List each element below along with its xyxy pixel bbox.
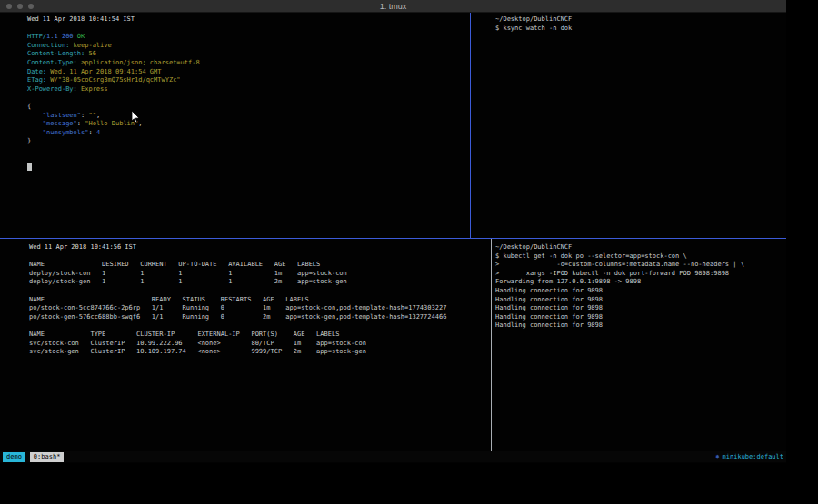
window-tab-active[interactable]: 0:bash* [30,452,65,462]
json-entry: "message": "Hello Dublin", [27,120,464,129]
blank-line [29,321,484,331]
header-value: application/json; charset=utf-8 [77,59,200,66]
cursor-line [27,163,464,173]
http-header: Content-Length: 56 [27,50,464,59]
titlebar: 1. tmux [0,0,786,13]
pane-divider-vertical-bottom[interactable] [491,239,492,451]
shell-command: $ ksync watch -n dok [495,25,782,34]
handling-output: Handling connection for 9898 [495,296,782,305]
http-protocol: HTTP/ [27,33,46,40]
handling-output: Handling connection for 9898 [495,304,782,313]
working-directory: ~/Desktop/DublinCNCF [495,15,782,25]
pane-kubectl-watch[interactable]: Wed 11 Apr 2018 10:41:56 IST NAME DESIRE… [29,243,484,357]
json-separator: : [88,129,95,136]
header-key: ETag: [27,76,46,84]
mouse-cursor-pointer [131,110,140,127]
json-separator: : [77,120,85,127]
http-header: Date: Wed, 11 Apr 2018 09:41:54 GMT [27,68,464,77]
header-value: Wed, 11 Apr 2018 09:41:54 GMT [46,68,161,75]
blank-line [27,94,464,103]
handling-output: Handling connection for 9898 [495,287,782,296]
pane-ksync[interactable]: ~/Desktop/DublinCNCF $ ksync watch -n do… [495,15,782,33]
deployment-row: deploy/stock-gen 1 1 1 1 2m app=stock-ge… [29,278,484,287]
json-entry: "lastseen": "", [27,112,464,121]
header-value: 56 [85,50,96,57]
http-reason: OK [74,33,85,40]
http-header: X-Powered-By: Express [27,85,464,94]
shell-command: $ kubectl get -n dok po --selector=app=s… [495,252,782,262]
window-title: 1. tmux [0,2,786,11]
http-header: ETag: W/"38-05coCsrg3mQ75sHr1d/qcMTwYZc" [27,76,464,85]
pod-row: po/stock-con-5cc874766c-2p6rp 1/1 Runnin… [29,304,484,313]
json-key: "numsymbols" [27,129,88,136]
header-key: Content-Type: [27,59,77,66]
pod-row: po/stock-gen-576cc688bb-swqf6 1/1 Runnin… [29,313,484,322]
shell-command-continuation: > -o=custom-columns=:metadata.name --no-… [495,261,782,270]
http-status-line: HTTP/1.1 200 OK [27,33,464,42]
json-close-brace: } [27,137,464,146]
shell-command-continuation: > xargs -IPOD kubectl -n dok port-forwar… [495,270,782,279]
header-key: Connection: [27,42,69,49]
header-key: Content-Length: [27,50,85,57]
json-key: "message" [27,120,77,127]
timestamp: Wed 11 Apr 2018 10:41:56 IST [29,243,484,252]
timestamp: Wed 11 Apr 2018 10:41:54 IST [27,15,464,25]
json-value: 4 [96,129,100,136]
header-value: Express [77,85,108,93]
blank-line [27,25,464,34]
json-entry: "numsymbols": 4 [27,129,464,138]
blank-line [27,146,464,155]
handling-output: Handling connection for 9898 [495,321,782,331]
header-key: X-Powered-By: [27,85,77,93]
terminal-window: 1. tmux Wed 11 Apr 2018 10:41:54 IST HTT… [0,0,786,463]
deployment-row: deploy/stock-con 1 1 1 1 1m app=stock-co… [29,270,484,279]
status-right: ⎈ minikube:default [715,451,783,462]
pane-http-response[interactable]: Wed 11 Apr 2018 10:41:54 IST HTTP/1.1 20… [27,15,464,173]
terminal-cursor [27,163,32,171]
json-open-brace: { [27,103,464,112]
tmux-status-bar: demo 0:bash* ⎈ minikube:default [0,451,786,462]
header-value: keep-alive [69,42,111,49]
pods-header: NAME READY STATUS RESTARTS AGE LABELS [29,296,484,305]
pane-divider-horizontal[interactable] [0,238,786,239]
header-key: Date: [27,68,46,75]
json-key: "lastseen" [27,112,81,119]
session-name: demo [3,452,25,462]
http-header: Content-Type: application/json; charset=… [27,59,464,68]
handling-output: Handling connection for 9898 [495,313,782,322]
kube-context: minikube:default [723,451,783,462]
service-row: svc/stock-gen ClusterIP 10.109.197.74 <n… [29,348,484,357]
deployments-header: NAME DESIRED CURRENT UP-TO-DATE AVAILABL… [29,261,484,270]
pane-divider-vertical-top[interactable] [470,13,471,238]
kubernetes-icon: ⎈ [715,451,719,462]
forwarding-output: Forwarding from 127.0.0.1:9898 -> 9898 [495,278,782,287]
working-directory: ~/Desktop/DublinCNCF [495,243,782,252]
blank-line [29,287,484,296]
json-comma: , [96,112,100,119]
header-value: W/"38-05coCsrg3mQ75sHr1d/qcMTwYZc" [46,76,181,84]
json-value: "" [88,112,95,119]
http-header: Connection: keep-alive [27,42,464,51]
pane-port-forward[interactable]: ~/Desktop/DublinCNCF $ kubectl get -n do… [495,243,782,331]
http-version-status: 1.1 200 [46,33,74,40]
blank-line [27,155,464,164]
services-header: NAME TYPE CLUSTER-IP EXTERNAL-IP PORT(S)… [29,331,484,340]
blank-line [29,252,484,262]
service-row: svc/stock-con ClusterIP 10.99.222.96 <no… [29,340,484,349]
